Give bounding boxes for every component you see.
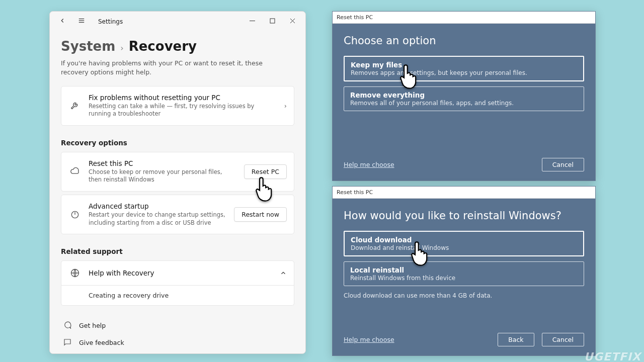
- option-desc: Removes all of your personal files, apps…: [350, 100, 578, 107]
- close-button[interactable]: [282, 14, 302, 30]
- reset-dialog-choose-option: Reset this PC Choose an option Keep my f…: [332, 11, 596, 181]
- help-recovery-card[interactable]: Help with Recovery: [61, 260, 294, 286]
- power-gear-icon: [68, 210, 82, 220]
- option-title: Keep my files: [351, 61, 577, 69]
- cancel-button[interactable]: Cancel: [542, 333, 584, 346]
- maximize-button[interactable]: [262, 14, 282, 30]
- fix-card-title: Fix problems without resetting your PC: [89, 94, 277, 102]
- cancel-button[interactable]: Cancel: [542, 158, 584, 171]
- back-button[interactable]: [54, 14, 71, 30]
- option-desc: Removes apps and settings, but keeps you…: [351, 69, 577, 76]
- dialog-titlebar: Reset this PC: [333, 187, 595, 199]
- section-recovery-heading: Recovery options: [61, 139, 294, 147]
- back-button[interactable]: Back: [498, 333, 534, 346]
- dialog-heading: Choose an option: [344, 35, 584, 47]
- option-local-reinstall[interactable]: Local reinstall Reinstall Windows from t…: [344, 261, 584, 286]
- reset-card-sub: Choose to keep or remove your personal f…: [89, 168, 237, 184]
- svg-rect-3: [250, 21, 255, 21]
- cloud-reset-icon: [68, 166, 82, 176]
- hamburger-button[interactable]: [73, 14, 90, 30]
- app-title: Settings: [98, 18, 123, 25]
- fix-problems-card[interactable]: Fix problems without resetting your PC R…: [61, 86, 294, 126]
- minimize-icon: [250, 18, 255, 25]
- dialog-heading: How would you like to reinstall Windows?: [344, 210, 584, 222]
- dialog-title: Reset this PC: [337, 14, 373, 21]
- svg-rect-4: [270, 19, 275, 23]
- globe-icon: [68, 268, 82, 278]
- menu-icon: [77, 17, 86, 26]
- fix-card-sub: Resetting can take a while — first, try …: [89, 103, 277, 118]
- option-title: Remove everything: [350, 91, 578, 99]
- minimize-button[interactable]: [242, 14, 262, 30]
- watermark: UGETFIX: [584, 350, 641, 362]
- help-me-choose-link[interactable]: Help me choose: [344, 336, 394, 343]
- give-feedback-row[interactable]: Give feedback: [61, 334, 294, 351]
- lead-text: If you're having problems with your PC o…: [61, 59, 287, 77]
- help-card-title: Help with Recovery: [89, 269, 273, 277]
- option-remove-everything[interactable]: Remove everything Removes all of your pe…: [344, 86, 584, 111]
- settings-content: System › Recovery If you're having probl…: [50, 32, 305, 353]
- settings-window: Settings System › Recovery If you're hav…: [49, 11, 306, 354]
- reset-dialog-reinstall: Reset this PC How would you like to rein…: [332, 186, 596, 356]
- option-desc: Reinstall Windows from this device: [350, 275, 578, 282]
- data-usage-note: Cloud download can use more than 4 GB of…: [344, 292, 584, 299]
- chevron-right-icon: ›: [120, 43, 123, 53]
- option-keep-my-files[interactable]: Keep my files Removes apps and settings,…: [344, 56, 584, 81]
- maximize-icon: [270, 18, 275, 25]
- section-related-heading: Related support: [61, 247, 294, 255]
- restart-now-button[interactable]: Restart now: [234, 207, 287, 222]
- close-icon: [290, 18, 295, 25]
- advanced-startup-card: Advanced startup Restart your device to …: [61, 195, 294, 234]
- option-cloud-download[interactable]: Cloud download Download and reinstall Wi…: [344, 231, 584, 256]
- help-me-choose-link[interactable]: Help me choose: [344, 161, 394, 168]
- option-title: Cloud download: [351, 236, 577, 244]
- option-desc: Download and reinstall Windows: [351, 244, 577, 251]
- recovery-drive-link[interactable]: Creating a recovery drive: [61, 286, 294, 306]
- wrench-icon: [68, 101, 82, 111]
- chevron-up-icon: [280, 269, 287, 277]
- arrow-left-icon: [59, 17, 66, 26]
- dialog-title: Reset this PC: [337, 189, 373, 196]
- breadcrumb-parent[interactable]: System: [61, 39, 115, 54]
- get-help-row[interactable]: Get help: [61, 317, 294, 334]
- advanced-card-sub: Restart your device to change startup se…: [89, 211, 227, 227]
- feedback-icon: [62, 338, 73, 347]
- chevron-right-icon: ›: [284, 102, 287, 110]
- reset-pc-card: Reset this PC Choose to keep or remove y…: [61, 152, 294, 192]
- breadcrumb: System › Recovery: [61, 39, 294, 54]
- help-chat-icon: [62, 321, 73, 330]
- reset-pc-button[interactable]: Reset PC: [244, 164, 287, 179]
- get-help-label: Get help: [79, 322, 106, 329]
- dialog-titlebar: Reset this PC: [333, 12, 595, 24]
- titlebar: Settings: [50, 12, 305, 32]
- breadcrumb-current: Recovery: [129, 39, 197, 54]
- reset-card-title: Reset this PC: [89, 159, 237, 167]
- advanced-card-title: Advanced startup: [89, 202, 227, 210]
- give-feedback-label: Give feedback: [79, 339, 124, 346]
- option-title: Local reinstall: [350, 266, 578, 274]
